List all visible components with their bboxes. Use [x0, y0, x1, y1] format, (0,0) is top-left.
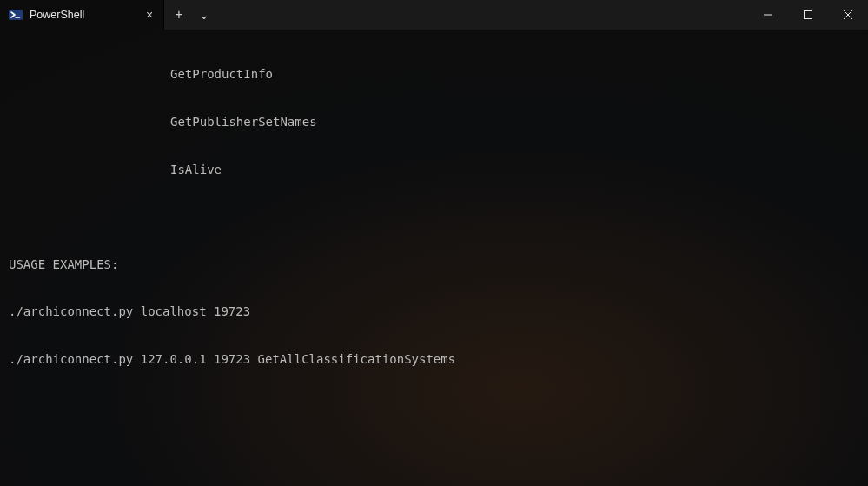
tab-powershell[interactable]: PowerShell ×	[0, 0, 164, 30]
new-tab-button[interactable]: +	[164, 0, 194, 30]
close-window-button[interactable]	[828, 0, 868, 30]
usage-example: ./archiconnect.py 127.0.0.1 19723 GetAll…	[9, 351, 455, 367]
svg-rect-3	[805, 11, 812, 19]
cmd-list-item: GetPublisherSetNames	[170, 114, 317, 130]
terminal-viewport[interactable]: GetProductInfo GetPublisherSetNames IsAl…	[0, 30, 868, 486]
tab-title: PowerShell	[30, 8, 84, 22]
usage-example: ./archiconnect.py localhost 19723	[9, 303, 250, 319]
cmd-list-item: GetProductInfo	[170, 66, 273, 82]
usage-heading: USAGE EXAMPLES:	[9, 256, 118, 272]
cmd-list-item: IsAlive	[170, 162, 222, 177]
titlebar-drag-area[interactable]	[215, 0, 748, 30]
titlebar: PowerShell × + ⌄	[0, 0, 868, 30]
svg-rect-0	[9, 10, 23, 20]
minimize-button[interactable]	[748, 0, 788, 30]
maximize-button[interactable]	[788, 0, 828, 30]
window: PowerShell × + ⌄ GetProductInfo Ge	[0, 0, 868, 486]
tabs-dropdown-button[interactable]: ⌄	[194, 0, 215, 30]
window-controls	[748, 0, 868, 30]
tab-actions: + ⌄	[164, 0, 215, 30]
powershell-icon	[9, 8, 23, 22]
close-tab-icon[interactable]: ×	[142, 8, 156, 22]
